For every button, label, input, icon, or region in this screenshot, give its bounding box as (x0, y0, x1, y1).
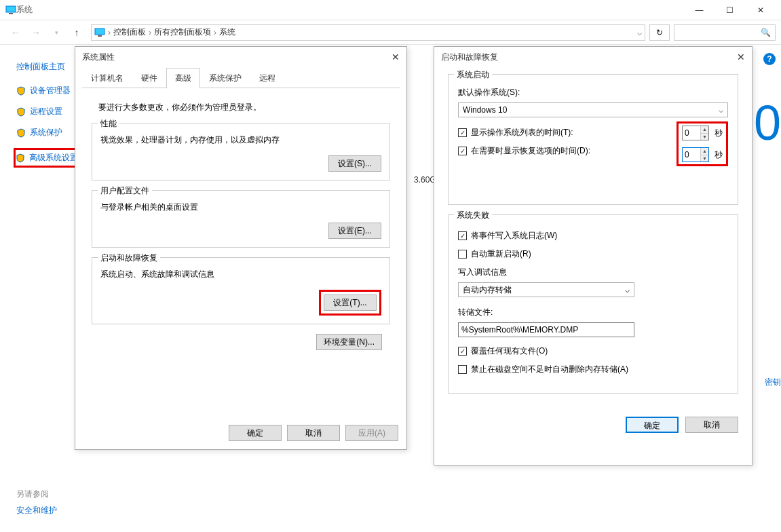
tab-hardware[interactable]: 硬件 (132, 68, 166, 88)
tab-computer-name[interactable]: 计算机名 (82, 68, 132, 88)
startup-recovery-dialog: 启动和故障恢复 ✕ 系统启动 默认操作系统(S): Windows 10 ⌵ ▲… (434, 46, 753, 466)
see-also-label: 另请参阅 (16, 489, 49, 500)
env-vars-button[interactable]: 环境变量(N)... (316, 334, 382, 350)
highlight-spinners: ▲▼ 秒 ▲▼ 秒 (677, 121, 728, 166)
recent-dropdown[interactable]: ▾ (46, 29, 66, 36)
auto-restart-checkbox[interactable] (458, 250, 467, 259)
performance-group: 性能 视觉效果，处理器计划，内存使用，以及虚拟内存 设置(S)... (92, 123, 390, 180)
spin-down-icon[interactable]: ▼ (701, 134, 708, 140)
refresh-button[interactable]: ↻ (649, 24, 670, 41)
security-link[interactable]: 安全和维护 (16, 505, 57, 516)
fragment-number: 0 (754, 95, 781, 151)
admin-note: 要进行大多数更改，你必须作为管理员登录。 (98, 102, 390, 113)
recovery-time-spinner[interactable]: ▲▼ (682, 147, 709, 162)
spin-down-icon[interactable]: ▼ (701, 155, 708, 162)
system-properties-dialog: 系统属性 ✕ 计算机名 硬件 高级 系统保护 远程 要进行大多数更改，你必须作为… (75, 46, 407, 450)
dump-file-input[interactable] (458, 322, 634, 337)
tab-protection[interactable]: 系统保护 (200, 68, 250, 88)
forward-button[interactable]: → (26, 27, 46, 38)
no-delete-checkbox[interactable] (458, 365, 467, 374)
write-log-checkbox[interactable]: ✓ (458, 231, 467, 240)
shield-icon (16, 107, 26, 117)
dialog-titlebar: 系统属性 ✕ (75, 47, 406, 67)
close-icon[interactable]: ✕ (392, 52, 400, 62)
os-list-time-spinner[interactable]: ▲▼ (682, 126, 709, 140)
shield-icon (16, 153, 25, 163)
navigation-bar: ← → ▾ ↑ › 控制面板 › 所有控制面板项 › 系统 ⌵ ↻ 🔍 (0, 20, 781, 45)
spin-up-icon[interactable]: ▲ (701, 148, 708, 155)
dump-type-select[interactable]: 自动内存转储 ⌵ (458, 282, 634, 297)
show-recovery-checkbox[interactable]: ✓ (458, 147, 467, 155)
chevron-down-icon: ⌵ (625, 285, 630, 294)
highlight-startup-btn: 设置(T)... (319, 290, 381, 316)
shield-icon (16, 86, 26, 96)
perf-settings-button[interactable]: 设置(S)... (328, 155, 381, 172)
cancel-button[interactable]: 取消 (287, 425, 340, 441)
window-title: 系统 (16, 4, 33, 16)
chevron-down-icon[interactable]: ⌵ (637, 28, 642, 37)
search-input[interactable]: 🔍 (674, 24, 776, 41)
tabs: 计算机名 硬件 高级 系统保护 远程 (82, 67, 400, 88)
default-os-select[interactable]: Windows 10 ⌵ (458, 102, 728, 117)
profile-group: 用户配置文件 与登录帐户相关的桌面设置 设置(E)... (92, 190, 390, 248)
window-titlebar: 系统 — ☐ ✕ (0, 0, 781, 20)
close-button[interactable]: ✕ (745, 0, 776, 20)
system-failure-group: 系统失败 ✓ 将事件写入系统日志(W) 自动重新启动(R) 写入调试信息 自动内… (448, 214, 738, 394)
close-icon[interactable]: ✕ (737, 52, 745, 62)
svg-rect-2 (95, 28, 104, 35)
svg-rect-0 (6, 6, 16, 12)
system-icon (5, 5, 16, 15)
overwrite-checkbox[interactable]: ✓ (458, 347, 467, 356)
startup-group: 启动和故障恢复 系统启动、系统故障和调试信息 设置(T)... (92, 257, 390, 324)
svg-rect-1 (9, 13, 13, 14)
fragment-key[interactable]: 密钥 (765, 377, 781, 388)
system-boot-group: 系统启动 默认操作系统(S): Windows 10 ⌵ ▲▼ 秒 ▲▼ (448, 74, 738, 205)
shield-icon (16, 128, 26, 138)
tab-remote[interactable]: 远程 (250, 68, 284, 88)
up-button[interactable]: ↑ (66, 27, 87, 38)
spin-up-icon[interactable]: ▲ (701, 126, 708, 134)
breadcrumb[interactable]: › 控制面板 › 所有控制面板项 › 系统 ⌵ (91, 24, 645, 41)
ok-button[interactable]: 确定 (626, 417, 679, 433)
minimize-button[interactable]: — (684, 0, 715, 20)
dialog-titlebar: 启动和故障恢复 ✕ (434, 47, 752, 67)
maximize-button[interactable]: ☐ (715, 0, 745, 20)
apply-button[interactable]: 应用(A) (345, 425, 398, 441)
help-icon[interactable]: ? (763, 53, 776, 65)
tab-advanced[interactable]: 高级 (166, 68, 200, 88)
profile-settings-button[interactable]: 设置(E)... (328, 223, 381, 239)
back-button[interactable]: ← (5, 27, 26, 38)
chevron-down-icon: ⌵ (719, 105, 723, 115)
startup-settings-button[interactable]: 设置(T)... (324, 294, 377, 311)
svg-rect-3 (98, 35, 102, 37)
cancel-button[interactable]: 取消 (685, 417, 738, 433)
system-icon (94, 28, 105, 37)
ok-button[interactable]: 确定 (229, 425, 282, 441)
show-os-list-checkbox[interactable]: ✓ (458, 128, 467, 137)
